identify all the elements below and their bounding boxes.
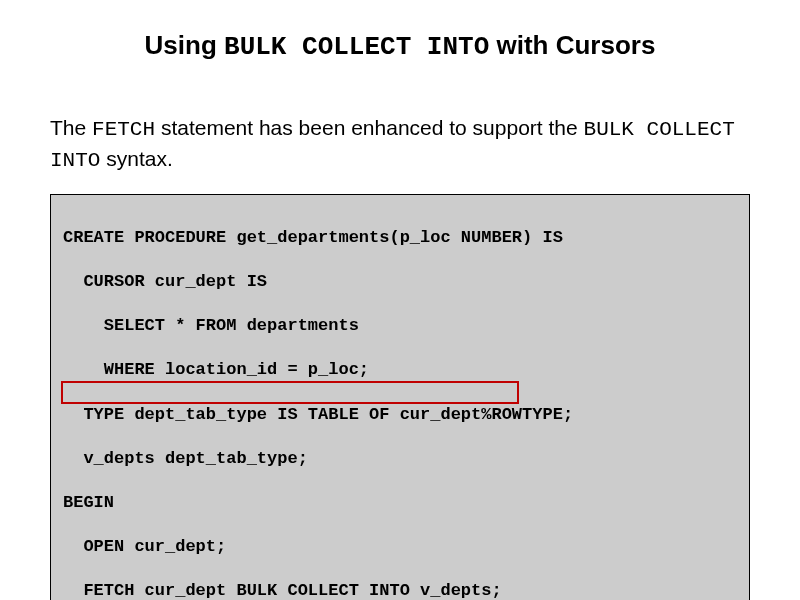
code-line: CURSOR cur_dept IS	[63, 271, 737, 293]
code-line: WHERE location_id = p_loc;	[63, 359, 737, 381]
code-line: BEGIN	[63, 492, 737, 514]
code-line-highlighted: FETCH cur_dept BULK COLLECT INTO v_depts…	[63, 580, 737, 600]
body-paragraph: The FETCH statement has been enhanced to…	[0, 68, 800, 194]
highlight-box	[61, 381, 519, 404]
code-line: TYPE dept_tab_type IS TABLE OF cur_dept%…	[63, 404, 737, 426]
title-suffix: with Cursors	[489, 30, 655, 60]
code-line: OPEN cur_dept;	[63, 536, 737, 558]
title-prefix: Using	[145, 30, 224, 60]
title-mono: BULK COLLECT INTO	[224, 32, 489, 62]
slide-title: Using BULK COLLECT INTO with Cursors	[0, 0, 800, 68]
code-line: SELECT * FROM departments	[63, 315, 737, 337]
body-text-3: syntax.	[100, 147, 172, 170]
code-block: CREATE PROCEDURE get_departments(p_loc N…	[50, 194, 750, 600]
body-text-2: statement has been enhanced to support t…	[155, 116, 583, 139]
body-mono-1: FETCH	[92, 118, 155, 141]
code-line: v_depts dept_tab_type;	[63, 448, 737, 470]
code-line: CREATE PROCEDURE get_departments(p_loc N…	[63, 227, 737, 249]
body-text-1: The	[50, 116, 92, 139]
